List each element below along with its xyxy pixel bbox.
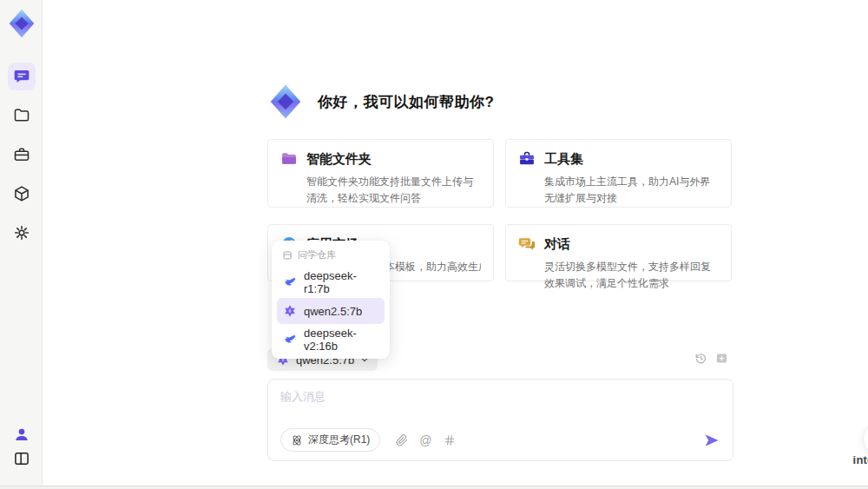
model-option-qwen[interactable]: qwen2.5:7b xyxy=(277,298,385,324)
greeting-text: 你好，我可以如何帮助你? xyxy=(318,92,494,112)
card-description: 灵活切换多模型文件，支持多样回复效果调试，满足个性化需求 xyxy=(544,259,719,292)
grid-icon[interactable] xyxy=(444,434,456,446)
model-option-label: qwen2.5:7b xyxy=(304,305,362,318)
repo-icon xyxy=(282,250,293,261)
card-smart-folder[interactable]: 智能文件夹 智能文件夹功能支持批量文件上传与清洗，轻松实现文件问答 xyxy=(267,139,494,208)
card-toolset[interactable]: 工具集 集成市场上主流工具，助力AI与外界无缝扩展与对接 xyxy=(505,139,732,208)
greeting-logo-icon xyxy=(266,82,306,122)
sidebar-item-chat[interactable] xyxy=(8,63,36,90)
card-dialogue[interactable]: 对话 灵活切换多模型文件，支持多样回复效果调试，满足个性化需求 xyxy=(505,224,732,281)
card-title: 对话 xyxy=(544,236,570,253)
panel-icon xyxy=(13,450,30,467)
add-box-icon[interactable] xyxy=(715,352,728,365)
model-option-label: deepseek-r1:7b xyxy=(304,269,378,295)
greeting: 你好，我可以如何帮助你? xyxy=(266,82,494,122)
qwen-icon xyxy=(283,304,297,318)
folder-purple-icon xyxy=(280,150,298,168)
sidebar-item-collapse[interactable] xyxy=(8,445,36,472)
deep-think-label: 深度思考(R1) xyxy=(308,433,370,447)
chat-icon xyxy=(13,68,30,85)
card-description: 集成市场上主流工具，助力AI与外界无缝扩展与对接 xyxy=(544,174,719,207)
sidebar-item-tools[interactable] xyxy=(8,141,36,169)
deepseek-icon xyxy=(283,333,297,347)
composer-toolbar: 深度思考(R1) @ xyxy=(280,428,720,452)
cube-icon xyxy=(13,185,30,202)
model-dropdown: 问学仓库 deepseek-r1:7b qwen2.5:7b xyxy=(272,241,390,359)
deepseek-icon xyxy=(283,275,297,289)
chat-yellow-icon xyxy=(518,235,536,253)
model-option-deepseek-r1[interactable]: deepseek-r1:7b xyxy=(277,269,385,295)
toolbox-blue-icon xyxy=(518,150,536,168)
message-composer: 深度思考(R1) @ xyxy=(267,379,733,461)
history-icon[interactable] xyxy=(694,352,707,365)
download-button[interactable] xyxy=(863,422,868,455)
composer-icons: @ xyxy=(396,434,455,446)
toolbox-icon xyxy=(13,146,30,163)
model-dropdown-header: 问学仓库 xyxy=(277,247,385,267)
gear-icon xyxy=(13,224,30,241)
intel-brand: intel xyxy=(853,453,868,466)
user-icon xyxy=(13,426,30,443)
atom-icon xyxy=(291,434,303,446)
sidebar-item-settings[interactable] xyxy=(8,219,36,247)
model-option-label: deepseek-v2:16b xyxy=(304,327,378,353)
window-bottom-edge xyxy=(0,486,868,489)
main-area: 你好，我可以如何帮助你? 智能文件夹 智能文件夹功能支持批量文件上传与清洗，轻松… xyxy=(43,0,868,489)
card-title: 智能文件夹 xyxy=(306,151,372,168)
card-description: 智能文件夹功能支持批量文件上传与清洗，轻松实现文件问答 xyxy=(306,174,481,207)
card-title: 工具集 xyxy=(544,151,583,168)
paperclip-icon[interactable] xyxy=(396,434,408,446)
intel-tier: Ultra xyxy=(851,467,868,473)
message-input[interactable] xyxy=(268,380,733,403)
at-icon[interactable]: @ xyxy=(419,434,431,446)
composer-top-icons xyxy=(694,352,728,365)
model-option-deepseek-v2[interactable]: deepseek-v2:16b xyxy=(277,327,385,353)
intel-core-badge: intel core Ultra xyxy=(851,454,868,473)
deep-think-button[interactable]: 深度思考(R1) xyxy=(280,428,380,452)
sidebar xyxy=(0,0,43,489)
sidebar-item-folders[interactable] xyxy=(8,102,36,129)
app-logo-icon xyxy=(5,7,38,40)
send-icon[interactable] xyxy=(703,432,720,449)
folder-icon xyxy=(13,107,30,124)
sidebar-item-models[interactable] xyxy=(8,180,36,208)
